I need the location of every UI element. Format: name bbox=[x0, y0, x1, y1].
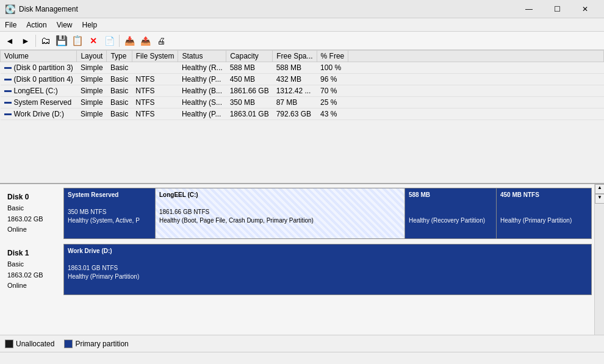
cell-extra bbox=[348, 74, 604, 85]
cell-layout: Simple bbox=[77, 74, 107, 85]
table-row[interactable]: (Disk 0 partition 3) Simple Basic Health… bbox=[1, 62, 604, 74]
partition-588mb[interactable]: 588 MBHealthy (Recovery Partition) bbox=[405, 188, 497, 238]
right-scrollbar[interactable]: ▲ ▼ bbox=[594, 184, 604, 335]
legend-unalloc-box bbox=[5, 340, 13, 348]
scroll-up-btn[interactable]: ▲ bbox=[595, 184, 604, 194]
cell-extra bbox=[348, 62, 604, 74]
cell-free: 1312.42 ... bbox=[273, 85, 317, 97]
menu-file[interactable]: File bbox=[0, 18, 21, 31]
disk-0-label: Disk 0Basic1863.02 GBOnline bbox=[2, 188, 63, 239]
cell-layout: Simple bbox=[77, 62, 107, 74]
volume-icon bbox=[4, 79, 12, 80]
table-row[interactable]: (Disk 0 partition 4) Simple Basic NTFS H… bbox=[1, 74, 604, 85]
toolbar-properties[interactable]: 📋 bbox=[70, 34, 85, 48]
toolbar-import[interactable]: 📥 bbox=[122, 34, 137, 48]
partition-work-drive[interactable]: Work Drive (D:)1863.01 GB NTFSHealthy (P… bbox=[64, 244, 591, 294]
col-extra[interactable] bbox=[348, 51, 604, 62]
col-volume[interactable]: Volume bbox=[1, 51, 77, 62]
toolbar-sep-2 bbox=[119, 35, 120, 47]
volume-icon bbox=[4, 113, 12, 115]
volume-icon bbox=[4, 90, 12, 92]
cell-filesystem: NTFS bbox=[132, 109, 178, 120]
col-freespace[interactable]: Free Spa... bbox=[273, 51, 317, 62]
cell-status: Healthy (B... bbox=[178, 85, 226, 97]
cell-filesystem: NTFS bbox=[132, 85, 178, 97]
cell-free: 792.63 GB bbox=[273, 109, 317, 120]
cell-status: Healthy (P... bbox=[178, 74, 226, 85]
cell-volume: Work Drive (D:) bbox=[1, 109, 77, 120]
cell-free: 87 MB bbox=[273, 97, 317, 109]
cell-volume: (Disk 0 partition 3) bbox=[1, 62, 77, 74]
volume-icon bbox=[4, 102, 12, 104]
legend: Unallocated Primary partition bbox=[0, 335, 604, 352]
cell-pct: 100 % bbox=[317, 62, 348, 74]
disk-0-partitions: System Reserved350 MB NTFSHealthy (Syste… bbox=[63, 188, 592, 239]
cell-capacity: 588 MB bbox=[226, 62, 273, 74]
toolbar-delete[interactable]: ✕ bbox=[86, 34, 101, 48]
disk-1-row: Disk 1Basic1863.02 GBOnlineWork Drive (D… bbox=[2, 244, 592, 295]
cell-extra bbox=[348, 85, 604, 97]
cell-type: Basic bbox=[107, 85, 132, 97]
cell-layout: Simple bbox=[77, 85, 107, 97]
cell-free: 432 MB bbox=[273, 74, 317, 85]
toolbar-back[interactable]: ◄ bbox=[2, 34, 17, 48]
toolbar-export[interactable]: 📤 bbox=[138, 34, 153, 48]
col-filesystem[interactable]: File System bbox=[132, 51, 178, 62]
cell-layout: Simple bbox=[77, 109, 107, 120]
cell-volume: (Disk 0 partition 4) bbox=[1, 74, 77, 85]
table-row[interactable]: LongEEL (C:) Simple Basic NTFS Healthy (… bbox=[1, 85, 604, 97]
col-pctfree[interactable]: % Free bbox=[317, 51, 348, 62]
partition-450mb[interactable]: 450 MB NTFSHealthy (Primary Partition) bbox=[497, 188, 591, 238]
menu-action[interactable]: Action bbox=[21, 18, 51, 31]
cell-status: Healthy (P... bbox=[178, 109, 226, 120]
col-capacity[interactable]: Capacity bbox=[226, 51, 273, 62]
menu-help[interactable]: Help bbox=[77, 18, 102, 31]
window-title: Disk Management bbox=[19, 5, 515, 13]
toolbar-refresh[interactable]: 📄 bbox=[102, 34, 117, 48]
cell-pct: 25 % bbox=[317, 97, 348, 109]
disk-visual-area: Disk 0Basic1863.02 GBOnlineSystem Reserv… bbox=[0, 184, 594, 335]
volume-table-container: Volume Layout Type File System Status Ca… bbox=[0, 50, 604, 184]
toolbar-forward[interactable]: ► bbox=[18, 34, 33, 48]
cell-capacity: 1861.66 GB bbox=[226, 85, 273, 97]
partition-system-reserved[interactable]: System Reserved350 MB NTFSHealthy (Syste… bbox=[64, 188, 156, 238]
cell-pct: 96 % bbox=[317, 74, 348, 85]
cell-filesystem: NTFS bbox=[132, 74, 178, 85]
disk-1-label: Disk 1Basic1863.02 GBOnline bbox=[2, 244, 63, 295]
cell-extra bbox=[348, 97, 604, 109]
toolbar-print[interactable]: 🖨 bbox=[154, 34, 168, 48]
table-row[interactable]: Work Drive (D:) Simple Basic NTFS Health… bbox=[1, 109, 604, 120]
cell-status: Healthy (S... bbox=[178, 97, 226, 109]
toolbar-save[interactable]: 💾 bbox=[54, 34, 69, 48]
toolbar-sep-1 bbox=[35, 35, 36, 47]
col-type[interactable]: Type bbox=[107, 51, 132, 62]
cell-extra bbox=[348, 109, 604, 120]
legend-primary-box bbox=[64, 340, 73, 348]
cell-volume: LongEEL (C:) bbox=[1, 85, 77, 97]
app-icon: 💽 bbox=[5, 4, 15, 14]
toolbar-folder[interactable]: 🗂 bbox=[38, 34, 53, 48]
cell-type: Basic bbox=[107, 74, 132, 85]
cell-layout: Simple bbox=[77, 97, 107, 109]
col-layout[interactable]: Layout bbox=[77, 51, 107, 62]
cell-filesystem: NTFS bbox=[132, 97, 178, 109]
col-status[interactable]: Status bbox=[178, 51, 226, 62]
minimize-button[interactable]: — bbox=[515, 0, 543, 18]
cell-type: Basic bbox=[107, 97, 132, 109]
cell-capacity: 1863.01 GB bbox=[226, 109, 273, 120]
toolbar: ◄ ► 🗂 💾 📋 ✕ 📄 📥 📤 🖨 bbox=[0, 32, 604, 50]
table-row[interactable]: System Reserved Simple Basic NTFS Health… bbox=[1, 97, 604, 109]
cell-status: Healthy (R... bbox=[178, 62, 226, 74]
window-controls: — ☐ ✕ bbox=[515, 0, 599, 18]
volume-table: Volume Layout Type File System Status Ca… bbox=[0, 50, 604, 120]
cell-filesystem bbox=[132, 62, 178, 74]
close-button[interactable]: ✕ bbox=[571, 0, 599, 18]
menu-view[interactable]: View bbox=[52, 18, 77, 31]
cell-pct: 43 % bbox=[317, 109, 348, 120]
cell-volume: System Reserved bbox=[1, 97, 77, 109]
scroll-down-btn[interactable]: ▼ bbox=[595, 194, 604, 204]
partition-longeel[interactable]: LongEEL (C:)1861.66 GB NTFSHealthy (Boot… bbox=[156, 188, 405, 238]
legend-primary-label: Primary partition bbox=[75, 340, 128, 348]
maximize-button[interactable]: ☐ bbox=[543, 0, 571, 18]
status-bar bbox=[0, 352, 604, 364]
